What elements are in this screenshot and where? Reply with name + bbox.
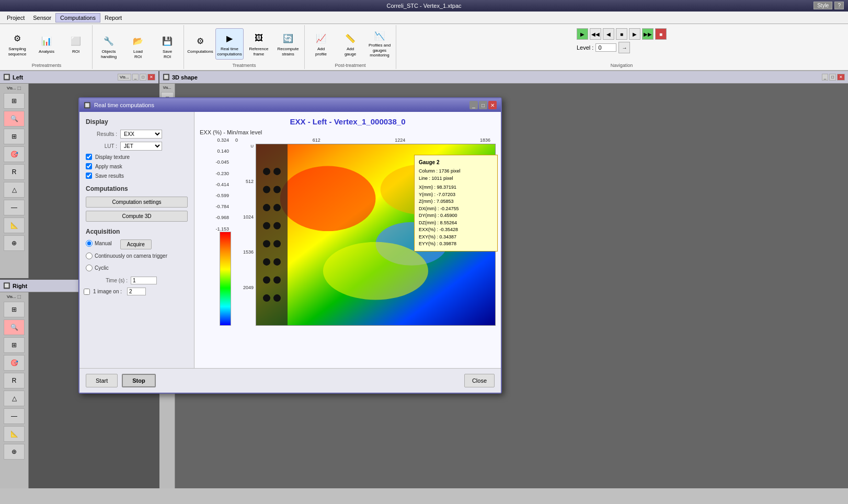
y-label-0: U [235, 144, 254, 148]
right-panel-title: Right [13, 283, 27, 289]
roi-icon: ⬜ [68, 33, 83, 48]
right-triangle-tool[interactable]: △ [4, 391, 25, 406]
menu-sensor[interactable]: Sensor [29, 14, 55, 22]
apply-mask-checkbox[interactable] [86, 163, 92, 169]
left-panel-minimize[interactable]: _ [132, 74, 139, 81]
menu-computations[interactable]: Computations [55, 13, 100, 22]
left-panel-vis-toggle[interactable]: Vis... [118, 74, 131, 81]
nav-stop-button[interactable]: ■ [616, 28, 627, 40]
left-panel-close[interactable]: ✕ [147, 74, 155, 81]
help-button[interactable]: ? [834, 2, 844, 9]
grid-tool[interactable]: ⊞ [4, 129, 25, 144]
target-tool[interactable]: ⊕ [4, 235, 25, 251]
nav-prev-button[interactable]: ◀◀ [590, 28, 601, 40]
right-line-tool[interactable]: — [4, 408, 25, 424]
save-results-checkbox[interactable] [86, 173, 92, 179]
triangle-tool[interactable]: △ [4, 182, 25, 198]
3d-panel-maximize[interactable]: □ [829, 74, 836, 81]
acquire-button[interactable]: Acquire [120, 239, 152, 249]
compute-3d-button[interactable]: Compute 3D [86, 211, 188, 222]
image-on-input[interactable] [127, 288, 146, 295]
line-tool[interactable]: — [4, 200, 25, 215]
profiles-label: Profiles andgaugesmonitoring [369, 43, 391, 58]
computations-section-title: Computations [86, 185, 188, 192]
nav-forward-button[interactable]: ▶ [629, 28, 640, 40]
profiles-gauges-button[interactable]: 📉 Profiles andgaugesmonitoring [365, 28, 394, 60]
nav-level-input[interactable] [595, 43, 616, 52]
navigation-label: Navigation [611, 62, 633, 68]
reference-frame-button[interactable]: 🖼 Referenceframe [245, 28, 273, 60]
nav-level-label: Level : [577, 44, 593, 51]
right-zoom-tool[interactable]: 🔍 [4, 319, 25, 335]
image-on-row: 1 image on : [84, 288, 188, 295]
ruler-tool[interactable]: 📐 [4, 217, 25, 233]
cyclic-radio[interactable] [86, 265, 93, 271]
gauge-dz: DZ(mm) : 8.55264 [419, 220, 493, 227]
analysis-label: Analysis [39, 49, 54, 54]
svg-point-4 [323, 242, 428, 300]
add-profile-button[interactable]: 📈 Addprofile [307, 28, 335, 60]
objects-handling-button[interactable]: 🔧 Objectshandling [95, 31, 123, 62]
zoom-tool[interactable]: 🔍 [4, 111, 25, 127]
results-select[interactable]: EXX EYY EXY U V [120, 130, 162, 139]
colorbar-val-2: -0.045 [215, 159, 229, 165]
modal-maximize[interactable]: □ [479, 101, 487, 109]
text-tool[interactable]: R [4, 164, 25, 180]
cyclic-radio-label: Cyclic [95, 265, 109, 271]
save-roi-button[interactable]: 💾 SaveROI [153, 31, 181, 62]
right-target-tool[interactable]: ⊕ [4, 444, 25, 460]
right-marker-tool[interactable]: 🎯 [4, 355, 25, 371]
menu-report[interactable]: Report [100, 14, 126, 22]
nav-go-button[interactable]: → [618, 42, 630, 53]
right-ruler-tool[interactable]: 📐 [4, 426, 25, 442]
modal-minimize[interactable]: _ [469, 101, 478, 109]
image-on-checkbox[interactable] [84, 289, 90, 295]
left-panel-icon: 🔲 [3, 74, 10, 81]
left-panel-maximize[interactable]: □ [140, 74, 146, 81]
nav-forward2-button[interactable]: ▶▶ [642, 28, 654, 40]
chart-title: EXX - Left - Vertex_1_000038_0 [200, 117, 496, 126]
right-grid-tool[interactable]: ⊞ [4, 337, 25, 353]
lut-label: LUT : [86, 143, 117, 149]
right-zoom-fit-tool[interactable]: ⊞ [4, 302, 25, 317]
start-button[interactable]: Start [86, 374, 118, 387]
load-roi-button[interactable]: 📂 LoadROI [124, 31, 152, 62]
gauge-column: Column : 1736 pixel [419, 168, 493, 175]
close-button[interactable]: Close [464, 374, 495, 387]
zoom-fit-tool[interactable]: ⊞ [4, 93, 25, 109]
style-button[interactable]: Style [813, 2, 832, 9]
display-texture-checkbox[interactable] [86, 154, 92, 160]
realtime-button[interactable]: ▶ Real timecomputations [215, 28, 244, 60]
add-gauge-button[interactable]: 📏 Addgauge [336, 28, 364, 60]
vis-label: Vis... ⬚ [1, 86, 27, 90]
manual-radio[interactable] [86, 240, 93, 247]
stop-button[interactable]: Stop [122, 374, 155, 387]
marker-tool[interactable]: 🎯 [4, 146, 25, 162]
roi-button[interactable]: ⬜ ROI [62, 28, 90, 60]
svg-point-9 [273, 186, 281, 193]
realtime-label: Real timecomputations [217, 47, 242, 56]
analysis-button[interactable]: 📊 Analysis [32, 28, 61, 60]
toolbar: ⚙ Samplingsequence 📊 Analysis ⬜ ROI Pret… [0, 24, 848, 71]
3d-panel-minimize[interactable]: _ [822, 74, 828, 81]
nav-play-button[interactable]: ▶ [577, 28, 588, 40]
3d-panel-close[interactable]: ✕ [837, 74, 845, 81]
gauge-tooltip: Gauge 2 Column : 1736 pixel Line : 1011 … [414, 155, 498, 251]
modal-close-x[interactable]: ✕ [488, 101, 497, 109]
continuous-radio-label: Continuously on camera trigger [95, 253, 167, 259]
sampling-sequence-button[interactable]: ⚙ Samplingsequence [3, 28, 31, 60]
nav-back-button[interactable]: ◀ [603, 28, 614, 40]
svg-point-2 [280, 166, 376, 232]
menu-project[interactable]: Project [3, 14, 29, 22]
time-input[interactable] [131, 277, 157, 284]
continuous-radio[interactable] [86, 253, 93, 259]
recompute-strains-button[interactable]: 🔄 Recomputestrains [274, 28, 302, 60]
modal-body: Display Results : EXX EYY EXY U V L [79, 112, 501, 368]
colorbar-val-0: 0.324 [215, 138, 229, 143]
svg-point-12 [263, 222, 270, 230]
computations-button[interactable]: ⚙ Computations [186, 28, 214, 60]
computation-settings-button[interactable]: Computation settings [86, 197, 188, 208]
right-text-tool[interactable]: R [4, 373, 25, 388]
nav-end-button[interactable]: ■ [655, 28, 667, 40]
lut-select[interactable]: JET GRAY HOT [120, 142, 162, 151]
